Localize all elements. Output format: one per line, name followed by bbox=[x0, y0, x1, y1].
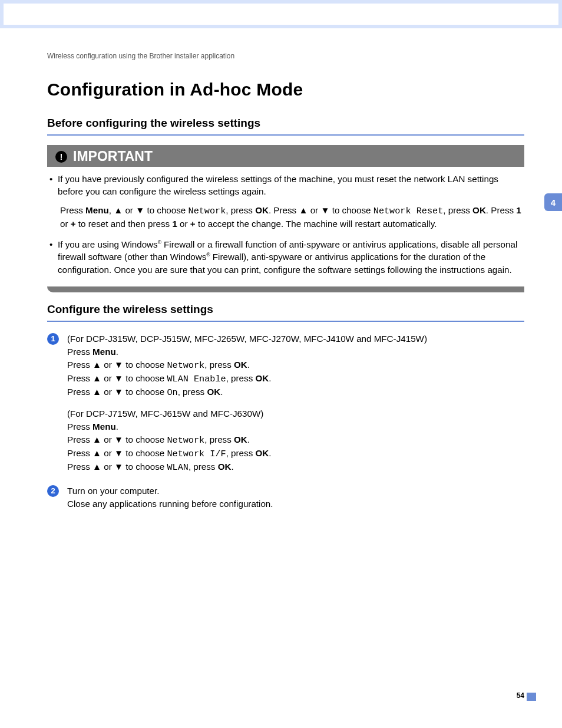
t: or bbox=[101, 387, 114, 397]
menu-key: Menu bbox=[92, 421, 116, 431]
heading-rule bbox=[47, 321, 524, 322]
bullet-1: • If you have previously configured the … bbox=[47, 173, 524, 198]
up-arrow-icon: ▲ bbox=[92, 387, 101, 397]
t: or bbox=[123, 205, 135, 215]
down-arrow-icon: ▼ bbox=[114, 434, 123, 444]
t: Press bbox=[67, 347, 92, 357]
ok-key: OK bbox=[255, 448, 269, 458]
t: , press bbox=[226, 373, 256, 383]
down-arrow-icon: ▼ bbox=[135, 205, 144, 215]
bullet-1-text: If you have previously configured the wi… bbox=[58, 174, 498, 196]
t: Press bbox=[67, 448, 92, 458]
t: to choose bbox=[144, 205, 188, 215]
t: , press bbox=[204, 434, 234, 444]
t: . bbox=[231, 462, 233, 472]
mono: Network bbox=[167, 360, 204, 371]
top-band bbox=[0, 0, 562, 28]
step-1-body: (For DCP-J315W, DCP-J515W, MFC-J265W, MF… bbox=[67, 332, 524, 474]
t: . bbox=[269, 448, 271, 458]
mono: Network Reset bbox=[373, 206, 443, 216]
t: or bbox=[101, 448, 114, 458]
down-arrow-icon: ▼ bbox=[114, 360, 123, 370]
t: or bbox=[60, 219, 71, 229]
bullet-1-sub: Press Menu, ▲ or ▼ to choose Network, pr… bbox=[60, 204, 524, 230]
t: to choose bbox=[123, 387, 167, 397]
t: to choose bbox=[123, 434, 167, 444]
t: Press bbox=[67, 360, 92, 370]
t: . Press bbox=[269, 205, 299, 215]
page-number: 54 bbox=[517, 691, 524, 700]
down-arrow-icon: ▼ bbox=[114, 373, 123, 383]
t: , press bbox=[443, 205, 472, 215]
t: to choose bbox=[123, 360, 167, 370]
ok-key: OK bbox=[234, 434, 247, 444]
t: to reset and then press bbox=[76, 219, 173, 229]
t: Press bbox=[67, 462, 92, 472]
t: to choose bbox=[123, 373, 167, 383]
mono: Network I/F bbox=[167, 449, 226, 459]
t: or bbox=[308, 205, 320, 215]
section-before-configuring: Before configuring the wireless settings… bbox=[47, 117, 524, 295]
up-arrow-icon: ▲ bbox=[92, 434, 101, 444]
one-key: 1 bbox=[516, 205, 521, 215]
bullet-1-body: If you have previously configured the wi… bbox=[58, 173, 524, 198]
up-arrow-icon: ▲ bbox=[92, 373, 101, 383]
mono: Network bbox=[189, 206, 226, 216]
t: . bbox=[247, 360, 250, 370]
ok-key: OK bbox=[255, 373, 269, 383]
t: . bbox=[116, 421, 118, 431]
bullet-2: • If you are using Windows® Firewall or … bbox=[47, 238, 524, 276]
top-band-inner bbox=[4, 4, 558, 25]
t: to accept the change. The machine will r… bbox=[196, 219, 437, 229]
t: Press bbox=[67, 373, 92, 383]
page-title: Configuration in Ad-hoc Mode bbox=[47, 80, 303, 100]
t: to choose bbox=[123, 448, 167, 458]
mono: Network bbox=[167, 435, 204, 446]
t: Press bbox=[67, 434, 92, 444]
t: If you are using Windows bbox=[58, 239, 158, 249]
heading-rule bbox=[47, 134, 524, 136]
t: or bbox=[101, 434, 114, 444]
t: or bbox=[177, 219, 190, 229]
up-arrow-icon: ▲ bbox=[92, 462, 101, 472]
t: . bbox=[247, 434, 250, 444]
step-2-body: Turn on your computer. Close any applica… bbox=[67, 485, 524, 510]
step-1: 1 (For DCP-J315W, DCP-J515W, MFC-J265W, … bbox=[47, 332, 524, 474]
page-number-accent bbox=[527, 693, 536, 701]
important-footer bbox=[47, 286, 524, 295]
t: or bbox=[101, 373, 114, 383]
t: , bbox=[109, 205, 114, 215]
t: to choose bbox=[123, 462, 167, 472]
important-content: • If you have previously configured the … bbox=[47, 173, 524, 276]
section1-heading: Before configuring the wireless settings bbox=[47, 117, 524, 136]
t: , press bbox=[226, 448, 256, 458]
mono: On bbox=[167, 387, 177, 398]
mono: WLAN Enable bbox=[167, 374, 226, 384]
t: . Press bbox=[486, 205, 516, 215]
t: . bbox=[220, 387, 223, 397]
t: , press bbox=[189, 462, 218, 472]
down-arrow-icon: ▼ bbox=[320, 205, 329, 215]
t: (For DCP-J715W, MFC-J615W and MFC-J630W) bbox=[67, 407, 524, 420]
step-number-2: 2 bbox=[47, 485, 59, 497]
up-arrow-icon: ▲ bbox=[114, 205, 123, 215]
down-arrow-icon: ▼ bbox=[114, 387, 123, 397]
step-number-1: 1 bbox=[47, 333, 59, 345]
t: or bbox=[101, 462, 114, 472]
up-arrow-icon: ▲ bbox=[92, 448, 101, 458]
ok-key: OK bbox=[234, 360, 247, 370]
t: Turn on your computer. bbox=[67, 485, 524, 498]
chapter-tab: 4 bbox=[544, 193, 562, 211]
breadcrumb: Wireless configuration using the Brother… bbox=[47, 52, 234, 60]
menu-key: Menu bbox=[85, 205, 109, 215]
one-key: 1 bbox=[172, 219, 177, 229]
t: (For DCP-J315W, DCP-J515W, MFC-J265W, MF… bbox=[67, 332, 524, 345]
t: Press bbox=[67, 421, 92, 431]
ok-key: OK bbox=[472, 205, 486, 215]
t: Press bbox=[60, 205, 85, 215]
menu-key: Menu bbox=[92, 347, 116, 357]
plus-key: + bbox=[71, 219, 76, 229]
up-arrow-icon: ▲ bbox=[92, 360, 101, 370]
t: . bbox=[269, 373, 271, 383]
t: , press bbox=[204, 360, 234, 370]
